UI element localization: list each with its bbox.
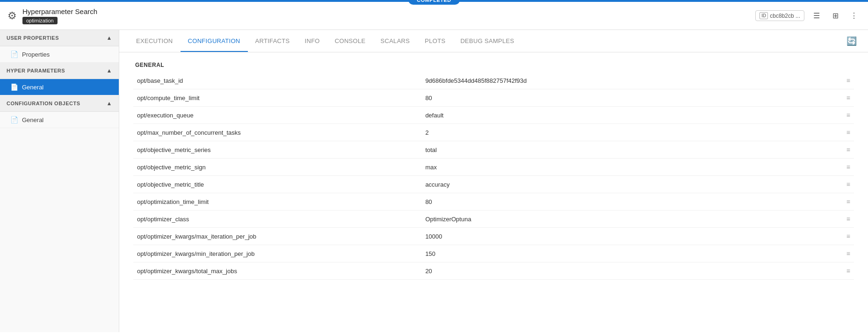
param-action-button[interactable]: ≡: [835, 72, 854, 89]
content-main: GENERAL opt/base_task_id 9d686bfde5344dd…: [119, 52, 868, 332]
sidebar-section-hyper-parameters[interactable]: HYPER PARAMETERS ▲: [0, 63, 119, 79]
param-name: opt/objective_metric_title: [133, 176, 421, 193]
general-section-title: GENERAL: [133, 62, 854, 68]
table-row: opt/objective_metric_title accuracy ≡: [133, 176, 854, 193]
header: ⚙ Hyperparameter Search optimization ID …: [0, 2, 868, 30]
table-row: opt/objective_metric_series total ≡: [133, 141, 854, 159]
top-bar: COMPLETED: [0, 0, 868, 2]
sidebar-section-configuration-objects-label: CONFIGURATION OBJECTS: [7, 101, 80, 106]
list-view-button[interactable]: ☰: [810, 9, 823, 22]
tab-execution[interactable]: EXECUTION: [129, 31, 181, 52]
param-action-button[interactable]: ≡: [835, 193, 854, 211]
chevron-up-icon: ▲: [107, 35, 112, 41]
doc-icon-2: 📄: [10, 83, 18, 91]
completed-badge: COMPLETED: [408, 0, 460, 5]
doc-icon-3: 📄: [10, 116, 18, 123]
param-action-button[interactable]: ≡: [835, 124, 854, 141]
param-name: opt/optimizer_kwargs/min_iteration_per_j…: [133, 245, 421, 262]
param-name: opt/max_number_of_concurrent_tasks: [133, 124, 421, 141]
tab-debug-samples[interactable]: DEBUG SAMPLES: [453, 31, 521, 52]
param-action-button[interactable]: ≡: [835, 211, 854, 228]
param-name: opt/optimization_time_limit: [133, 193, 421, 211]
tab-info[interactable]: INFO: [297, 31, 327, 52]
tab-scalars[interactable]: SCALARS: [373, 31, 417, 52]
param-name: opt/objective_metric_sign: [133, 159, 421, 176]
sidebar-item-properties[interactable]: 📄 Properties: [0, 46, 119, 63]
sidebar-item-properties-label: Properties: [22, 51, 50, 58]
more-menu-button[interactable]: ⋮: [847, 9, 861, 22]
sidebar: USER PROPERTIES ▲ 📄 Properties HYPER PAR…: [0, 30, 119, 332]
param-action-button[interactable]: ≡: [835, 262, 854, 280]
optimization-badge: optimization: [22, 17, 58, 24]
tab-configuration[interactable]: CONFIGURATION: [181, 31, 248, 52]
sidebar-item-general-hyper-label: General: [22, 84, 43, 91]
param-action-button[interactable]: ≡: [835, 245, 854, 262]
sidebar-item-general-config[interactable]: 📄 General: [0, 112, 119, 128]
param-value: 80: [421, 89, 835, 107]
param-name: opt/execution_queue: [133, 107, 421, 124]
param-action-button[interactable]: ≡: [835, 228, 854, 245]
id-badge: ID cbc8b2cb ...: [755, 10, 804, 21]
table-row: opt/base_task_id 9d686bfde5344dd485f8827…: [133, 72, 854, 89]
main-layout: USER PROPERTIES ▲ 📄 Properties HYPER PAR…: [0, 30, 868, 332]
tab-artifacts[interactable]: ARTIFACTS: [248, 31, 297, 52]
param-name: opt/base_task_id: [133, 72, 421, 89]
param-action-button[interactable]: ≡: [835, 107, 854, 124]
sidebar-section-user-properties-label: USER PROPERTIES: [7, 35, 59, 41]
param-value: 9d686bfde5344dd485f882757f42f93d: [421, 72, 835, 89]
params-table: opt/base_task_id 9d686bfde5344dd485f8827…: [133, 72, 854, 280]
id-value: cbc8b2cb ...: [770, 13, 800, 19]
tab-plots[interactable]: PLOTS: [417, 31, 453, 52]
param-action-button[interactable]: ≡: [835, 141, 854, 159]
table-row: opt/compute_time_limit 80 ≡: [133, 89, 854, 107]
refresh-button[interactable]: 🔄: [845, 34, 859, 48]
table-row: opt/optimizer_class OptimizerOptuna ≡: [133, 211, 854, 228]
param-name: opt/optimizer_kwargs/total_max_jobs: [133, 262, 421, 280]
tab-console[interactable]: CONSOLE: [327, 31, 373, 52]
param-value: max: [421, 159, 835, 176]
chevron-up-icon-2: ▲: [107, 67, 112, 74]
param-value: default: [421, 107, 835, 124]
param-value: 10000: [421, 228, 835, 245]
table-row: opt/optimization_time_limit 80 ≡: [133, 193, 854, 211]
doc-icon: 📄: [10, 51, 18, 58]
sidebar-section-hyper-parameters-label: HYPER PARAMETERS: [7, 68, 65, 73]
param-value: 150: [421, 245, 835, 262]
page-title: Hyperparameter Search: [22, 7, 755, 15]
sidebar-item-general-config-label: General: [22, 116, 43, 123]
param-name: opt/optimizer_kwargs/max_iteration_per_j…: [133, 228, 421, 245]
id-label: ID: [760, 12, 768, 19]
param-value: 20: [421, 262, 835, 280]
param-value: accuracy: [421, 176, 835, 193]
chevron-up-icon-3: ▲: [107, 100, 112, 107]
header-actions: ID cbc8b2cb ... ☰ ⊞ ⋮: [755, 9, 861, 22]
header-title-group: Hyperparameter Search optimization: [22, 7, 755, 24]
sidebar-section-user-properties[interactable]: USER PROPERTIES ▲: [0, 30, 119, 46]
content-area: EXECUTION CONFIGURATION ARTIFACTS INFO C…: [119, 30, 868, 332]
param-value: 80: [421, 193, 835, 211]
tab-bar: EXECUTION CONFIGURATION ARTIFACTS INFO C…: [119, 30, 868, 52]
table-row: opt/optimizer_kwargs/total_max_jobs 20 ≡: [133, 262, 854, 280]
param-action-button[interactable]: ≡: [835, 159, 854, 176]
param-value: OptimizerOptuna: [421, 211, 835, 228]
table-row: opt/optimizer_kwargs/max_iteration_per_j…: [133, 228, 854, 245]
param-name: opt/objective_metric_series: [133, 141, 421, 159]
sidebar-item-general-hyper[interactable]: 📄 General: [0, 79, 119, 95]
table-row: opt/objective_metric_sign max ≡: [133, 159, 854, 176]
param-action-button[interactable]: ≡: [835, 176, 854, 193]
param-action-button[interactable]: ≡: [835, 89, 854, 107]
table-row: opt/execution_queue default ≡: [133, 107, 854, 124]
param-name: opt/compute_time_limit: [133, 89, 421, 107]
param-value: 2: [421, 124, 835, 141]
sidebar-section-configuration-objects[interactable]: CONFIGURATION OBJECTS ▲: [0, 95, 119, 112]
hyperparameter-icon: ⚙: [7, 10, 17, 22]
table-row: opt/optimizer_kwargs/min_iteration_per_j…: [133, 245, 854, 262]
table-row: opt/max_number_of_concurrent_tasks 2 ≡: [133, 124, 854, 141]
layout-button[interactable]: ⊞: [829, 9, 842, 22]
param-value: total: [421, 141, 835, 159]
param-name: opt/optimizer_class: [133, 211, 421, 228]
